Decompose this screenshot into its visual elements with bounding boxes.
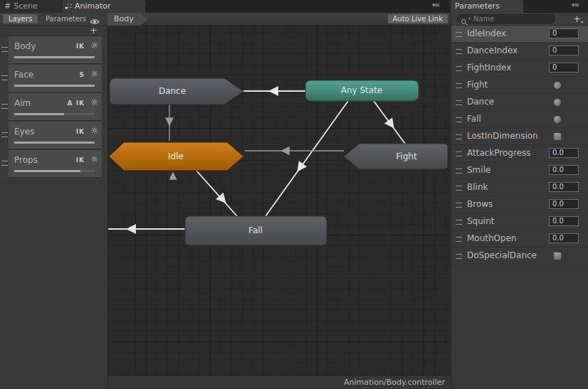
animator-window-menu-icon[interactable]: ▾≡ xyxy=(432,1,439,9)
state-node-fall[interactable] xyxy=(185,216,327,245)
parameter-row[interactable]: Blink0.0 xyxy=(451,179,588,196)
gear-icon[interactable]: ☼ xyxy=(90,69,98,79)
breadcrumb[interactable]: Body xyxy=(107,13,148,26)
transition-fall-idle-arrowhead[interactable] xyxy=(170,173,177,179)
parameter-value-field[interactable]: 0.0 xyxy=(549,233,579,243)
parameter-value-field[interactable]: 0.0 xyxy=(549,148,579,158)
tab-animator-label: Animator xyxy=(75,1,111,11)
tab-animator[interactable]: ∷▸Animator xyxy=(63,0,145,13)
parameter-row[interactable]: AttackProgress0.0 xyxy=(451,145,588,162)
layer-card[interactable]: PropsIK☼ xyxy=(9,150,102,178)
drag-handle-icon[interactable] xyxy=(456,134,462,139)
layers-tab-button[interactable]: Layers xyxy=(3,14,38,23)
drag-handle-icon[interactable] xyxy=(456,186,462,191)
trigger-radio[interactable] xyxy=(553,98,562,107)
parameters-window-menu-icon[interactable]: ▾≡ xyxy=(572,1,579,9)
parameter-row[interactable]: Brows0.0 xyxy=(451,196,588,213)
layer-row[interactable]: PropsIK☼ xyxy=(0,150,102,178)
layer-card[interactable]: BodyIK☼ xyxy=(9,36,102,64)
drag-handle-icon[interactable] xyxy=(456,220,462,225)
search-input[interactable]: ▾ Name xyxy=(457,14,555,23)
parameter-name: Squint xyxy=(467,216,494,226)
drag-handle-icon[interactable] xyxy=(456,254,462,259)
parameter-row[interactable]: Fight xyxy=(451,77,588,94)
layer-name: Body xyxy=(14,41,36,51)
parameter-row[interactable]: DanceIndex0 xyxy=(451,43,588,60)
parameter-value-field[interactable]: 0 xyxy=(549,63,579,73)
transition-anystate-fall[interactable] xyxy=(266,101,348,216)
parameter-checkbox[interactable] xyxy=(553,252,562,260)
parameter-row[interactable]: FightIndex0 xyxy=(451,60,588,77)
state-node-idle[interactable] xyxy=(109,142,243,171)
drag-handle-icon[interactable] xyxy=(456,151,462,156)
parameter-value-field[interactable]: 0.0 xyxy=(549,182,579,192)
drag-handle-icon[interactable] xyxy=(1,132,8,137)
parameter-row[interactable]: Dance xyxy=(451,94,588,111)
drag-handle-icon[interactable] xyxy=(456,49,462,54)
parameter-row[interactable]: Smile0.0 xyxy=(451,162,588,179)
arrowhead xyxy=(282,147,289,154)
parameter-row[interactable]: LostInDimension xyxy=(451,128,588,145)
graph-svg xyxy=(108,26,451,375)
layer-row[interactable]: EyesIK☼ xyxy=(0,122,102,149)
gear-icon[interactable]: ☼ xyxy=(90,97,98,107)
layer-weight-slider[interactable] xyxy=(14,85,95,87)
gear-icon[interactable]: ☼ xyxy=(90,126,98,136)
tab-parameters-window[interactable]: Parameters xyxy=(451,0,523,13)
layer-row[interactable]: BodyIK☼ xyxy=(0,36,102,64)
parameter-row[interactable]: Fall xyxy=(451,111,588,128)
layer-badges: IK xyxy=(76,128,85,135)
parameter-checkbox[interactable] xyxy=(553,132,562,141)
any-state-node[interactable] xyxy=(305,80,419,101)
drag-handle-icon[interactable] xyxy=(456,66,462,71)
layer-row[interactable]: FaceS☼ xyxy=(0,65,102,92)
drag-handle-icon[interactable] xyxy=(1,104,8,109)
layer-weight-slider[interactable] xyxy=(14,142,95,144)
search-filter-dropdown-icon[interactable]: ▾ xyxy=(468,16,471,21)
drag-handle-icon[interactable] xyxy=(456,169,462,174)
parameter-value-field[interactable]: 0.0 xyxy=(549,216,579,226)
parameter-value-field[interactable]: 0 xyxy=(549,28,579,38)
state-node-dance[interactable] xyxy=(110,78,243,105)
parameter-value-field[interactable]: 0.0 xyxy=(549,165,579,175)
drag-handle-icon[interactable] xyxy=(456,117,462,122)
layer-weight-fill xyxy=(14,113,64,115)
parameter-value-field[interactable]: 0.0 xyxy=(549,199,579,209)
gear-icon[interactable]: ☼ xyxy=(90,154,98,164)
layer-weight-slider[interactable] xyxy=(14,56,95,58)
parameter-row[interactable]: DoSpecialDance xyxy=(451,247,588,265)
trigger-radio[interactable] xyxy=(553,81,562,90)
layer-name: Props xyxy=(14,155,38,165)
parameter-row[interactable]: Squint0.0 xyxy=(451,213,588,230)
layer-weight-slider[interactable] xyxy=(14,170,95,172)
drag-handle-zone xyxy=(0,122,9,149)
drag-handle-icon[interactable] xyxy=(456,32,462,37)
layer-card[interactable]: AimA IK☼ xyxy=(9,93,102,121)
drag-handle-icon[interactable] xyxy=(1,161,8,166)
layer-card[interactable]: EyesIK☼ xyxy=(9,122,102,149)
drag-handle-icon[interactable] xyxy=(1,47,8,52)
drag-handle-icon[interactable] xyxy=(456,83,462,88)
gear-icon[interactable]: ☼ xyxy=(90,41,98,50)
add-layer-button[interactable]: + xyxy=(90,25,98,36)
animator-graph-canvas[interactable]: Dance Any State Idle Fight Fall Animatio… xyxy=(107,26,450,389)
drag-handle-icon[interactable] xyxy=(456,237,462,242)
state-node-fight[interactable] xyxy=(344,144,448,169)
add-parameter-button[interactable]: +▾ xyxy=(573,14,583,24)
drag-handle-icon[interactable] xyxy=(456,100,462,105)
parameters-tab-button[interactable]: Parameters xyxy=(40,14,92,23)
layer-row[interactable]: AimA IK☼ xyxy=(0,93,102,121)
parameter-row[interactable]: MouthOpen0.0 xyxy=(451,230,588,247)
controller-path-status: Animation/Body.controller xyxy=(108,375,451,389)
drag-handle-icon[interactable] xyxy=(1,75,8,80)
parameter-row[interactable]: IdleIndex0 xyxy=(451,26,588,43)
tab-scene[interactable]: #Scene xyxy=(0,0,63,13)
drag-handle-icon[interactable] xyxy=(456,203,462,208)
parameter-value-field[interactable]: 0 xyxy=(549,46,579,55)
auto-live-link-button[interactable]: Auto Live Link xyxy=(388,14,448,23)
layer-weight-slider[interactable] xyxy=(14,113,95,115)
layer-list-header: + xyxy=(0,26,107,36)
layer-card[interactable]: FaceS☼ xyxy=(9,65,102,92)
transition-idle-fall[interactable] xyxy=(196,171,237,216)
trigger-radio[interactable] xyxy=(553,115,562,124)
